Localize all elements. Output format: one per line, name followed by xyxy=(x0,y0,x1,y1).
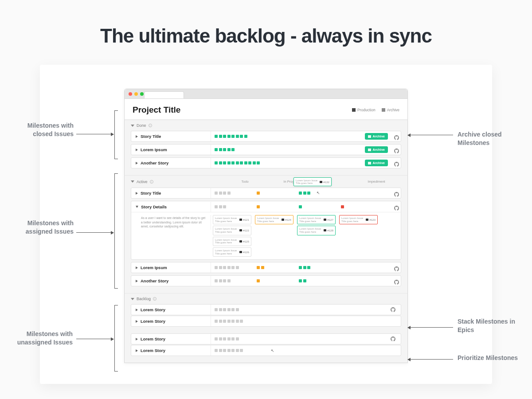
status-square xyxy=(227,279,231,282)
issue-summary: ↖ xyxy=(211,348,401,353)
milestone-title-text: Story Title xyxy=(141,134,161,139)
status-square xyxy=(257,279,260,282)
hero-title: The ultimate backlog - always in sync xyxy=(0,25,532,47)
row-actions xyxy=(379,265,401,270)
section-done-header[interactable]: Done i xyxy=(125,120,407,131)
issue-card[interactable]: Lorem Ipsum Issue Title goes here#121 xyxy=(213,215,251,224)
backlog-rows: Lorem StoryLorem StoryLorem StoryLorem S… xyxy=(125,304,407,363)
milestone-row[interactable]: Story TitleLorem Ipsum Issue Title goes … xyxy=(131,188,401,199)
issue-summary xyxy=(211,148,365,151)
github-icon[interactable] xyxy=(394,147,399,152)
milestone-row[interactable]: Lorem Story xyxy=(131,333,401,344)
milestone-title[interactable]: Another Story xyxy=(131,276,211,286)
story-description: As a user I want to see details of the s… xyxy=(131,215,211,230)
info-icon[interactable]: i xyxy=(149,124,152,127)
status-square xyxy=(219,266,222,269)
milestone-title[interactable]: Lorem Story xyxy=(131,345,211,356)
milestone-title-text: Story Details xyxy=(141,204,167,209)
browser-chrome xyxy=(125,89,407,99)
traffic-light-minimize-icon[interactable] xyxy=(134,92,138,96)
status-square xyxy=(223,266,226,269)
milestone-row-expanded[interactable]: Story DetailsAs a user I want to see det… xyxy=(131,201,401,260)
issue-text: Lorem Ipsum Issue Title goes here xyxy=(215,217,238,223)
cursor-icon: ↖ xyxy=(271,348,274,353)
info-icon[interactable]: i xyxy=(153,297,156,301)
row-actions: Archive xyxy=(365,133,401,140)
milestone-title[interactable]: Story Title xyxy=(131,131,211,141)
milestone-row[interactable]: Another StoryArchive xyxy=(131,157,401,168)
issue-summary xyxy=(211,306,401,314)
todo-summary xyxy=(211,266,253,269)
archive-button[interactable]: Archive xyxy=(365,146,388,153)
section-active: Active i Todo In Progress Impediment Sto… xyxy=(125,175,407,293)
issue-card[interactable]: Lorem Ipsum Issue Title goes here#122 xyxy=(213,226,251,235)
status-square xyxy=(227,266,231,269)
github-icon[interactable] xyxy=(394,278,399,283)
status-square xyxy=(215,135,218,138)
view-production[interactable]: Production xyxy=(352,108,376,112)
milestone-row[interactable]: Lorem Ipsum xyxy=(131,262,401,273)
traffic-light-zoom-icon[interactable] xyxy=(140,92,144,96)
milestone-title[interactable]: Story Title xyxy=(131,188,211,198)
chevron-right-icon xyxy=(136,162,138,164)
status-square xyxy=(227,161,231,164)
caret-down-icon xyxy=(131,125,134,127)
status-square xyxy=(219,349,222,352)
project-title: Project Title xyxy=(133,105,180,115)
section-backlog-header[interactable]: Backlog i xyxy=(125,293,407,304)
issue-card[interactable]: Lorem Ipsum Issue Title goes here#124 xyxy=(255,215,293,224)
issue-card[interactable]: Lorem Ipsum Issue Title goes here#126 xyxy=(213,247,251,257)
milestone-title-text: Lorem Story xyxy=(141,348,165,353)
status-square xyxy=(223,135,226,138)
milestone-title[interactable]: Lorem Ipsum xyxy=(131,262,211,273)
issue-card[interactable]: Lorem Ipsum Issue Title goes here#125 xyxy=(213,237,251,246)
github-icon[interactable] xyxy=(394,204,399,209)
issue-card[interactable]: Lorem Ipsum Issue Title goes here#127 xyxy=(297,215,336,224)
chevron-right-icon xyxy=(136,149,138,151)
inprogress-summary xyxy=(253,192,295,195)
github-icon[interactable] xyxy=(391,335,395,343)
github-icon[interactable] xyxy=(394,134,399,139)
milestone-row[interactable]: Another Story xyxy=(131,275,401,286)
milestone-row[interactable]: Lorem IpsumArchive xyxy=(131,144,401,155)
milestone-title-text: Lorem Story xyxy=(141,307,165,312)
github-icon[interactable] xyxy=(391,306,395,313)
status-square xyxy=(231,308,235,311)
github-icon[interactable] xyxy=(394,160,399,165)
milestone-row[interactable]: Lorem Story xyxy=(131,304,401,315)
milestone-title[interactable]: Lorem Story xyxy=(131,305,211,315)
todo-summary xyxy=(211,279,253,282)
issue-card[interactable]: Lorem Ipsum Issue Title goes here#128 xyxy=(297,226,336,235)
column-labels: Todo In Progress Impediment xyxy=(162,179,410,184)
milestone-title[interactable]: Lorem Story xyxy=(131,334,211,344)
milestone-row[interactable]: Lorem Story xyxy=(131,316,401,327)
status-square xyxy=(215,161,218,164)
tooltip-text: Lorem Ipsum Issue Title goes here xyxy=(296,179,318,184)
view-archive[interactable]: Archive xyxy=(382,108,399,112)
milestone-row[interactable]: Story TitleArchive xyxy=(131,131,401,142)
status-square xyxy=(223,161,226,164)
archive-button[interactable]: Archive xyxy=(365,160,388,166)
github-icon[interactable] xyxy=(394,191,399,196)
section-done: Done i Story TitleArchiveLorem IpsumArch… xyxy=(125,120,407,175)
milestone-row[interactable]: Lorem Story↖ xyxy=(131,345,401,356)
bracket-done xyxy=(114,110,118,159)
milestone-title[interactable]: Lorem Ipsum xyxy=(131,145,211,155)
milestone-title[interactable]: Another Story xyxy=(131,158,211,168)
info-icon[interactable]: i xyxy=(150,180,153,184)
traffic-light-close-icon[interactable] xyxy=(129,92,132,96)
issue-number: #122 xyxy=(239,229,249,232)
status-square xyxy=(223,308,226,311)
section-active-header[interactable]: Active i Todo In Progress Impediment xyxy=(125,176,407,188)
status-square xyxy=(227,337,231,340)
milestone-title[interactable]: Story Details xyxy=(131,202,211,212)
milestone-title[interactable]: Lorem Story xyxy=(131,316,211,326)
archive-button[interactable]: Archive xyxy=(365,133,388,140)
github-icon[interactable] xyxy=(394,265,399,270)
issue-card[interactable]: Lorem Ipsum Issue Title goes here#123 xyxy=(339,215,378,224)
issue-column: Lorem Ipsum Issue Title goes here#123 xyxy=(337,215,379,224)
chevron-right-icon xyxy=(136,349,138,352)
col-todo-label: Todo xyxy=(242,179,284,184)
status-square xyxy=(299,266,302,269)
browser-tab[interactable] xyxy=(144,91,184,98)
